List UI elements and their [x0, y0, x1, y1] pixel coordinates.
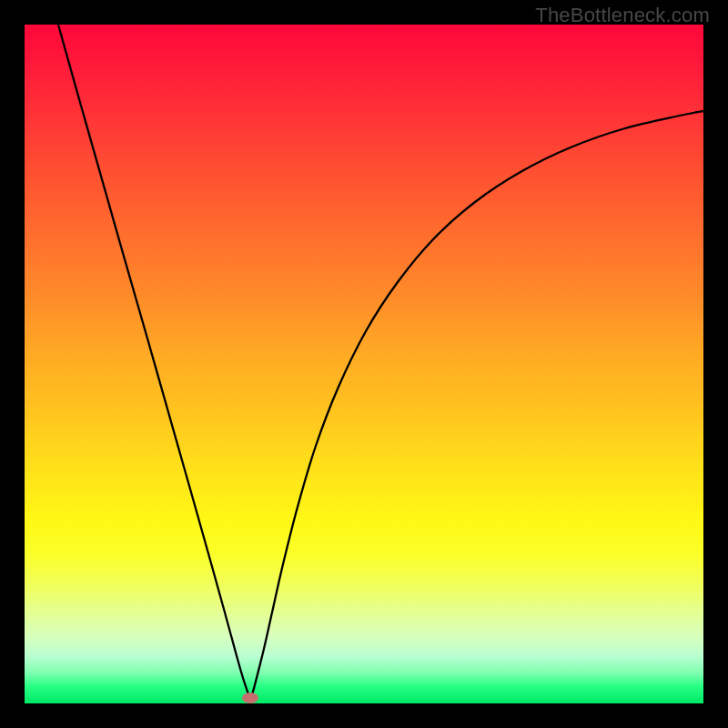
bottleneck-curve	[58, 25, 703, 698]
gradient-plot-area	[25, 25, 703, 703]
chart-svg	[25, 25, 703, 703]
watermark-text: TheBottleneck.com	[535, 4, 710, 27]
min-point-marker	[242, 693, 258, 703]
